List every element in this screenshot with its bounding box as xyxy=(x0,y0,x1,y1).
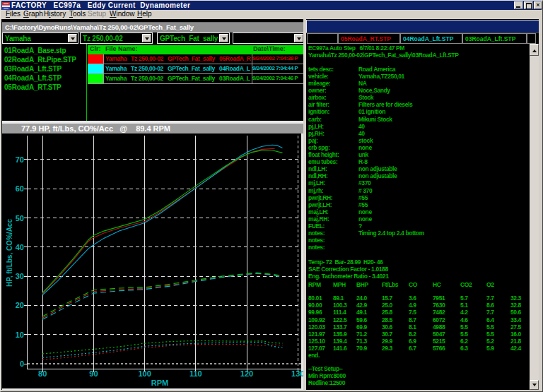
svg-text:70: 70 xyxy=(16,155,24,164)
svg-text:50: 50 xyxy=(16,214,24,222)
svg-text:40: 40 xyxy=(16,243,24,251)
svg-text:80: 80 xyxy=(38,369,47,378)
svg-text:90: 90 xyxy=(89,369,98,378)
svg-text:110: 110 xyxy=(189,369,202,378)
svg-text:120: 120 xyxy=(240,369,253,378)
svg-text:100: 100 xyxy=(138,369,151,378)
svg-text:30: 30 xyxy=(16,272,24,280)
svg-text:20: 20 xyxy=(16,301,24,309)
svg-text:RPM: RPM xyxy=(151,379,168,387)
svg-text:0: 0 xyxy=(20,360,24,368)
svg-text:10: 10 xyxy=(16,331,24,339)
svg-text:130: 130 xyxy=(291,369,304,378)
svg-text:60: 60 xyxy=(16,184,24,193)
svg-text:HP, ft/Lbs, CO%/Acc: HP, ft/Lbs, CO%/Acc xyxy=(6,219,13,287)
